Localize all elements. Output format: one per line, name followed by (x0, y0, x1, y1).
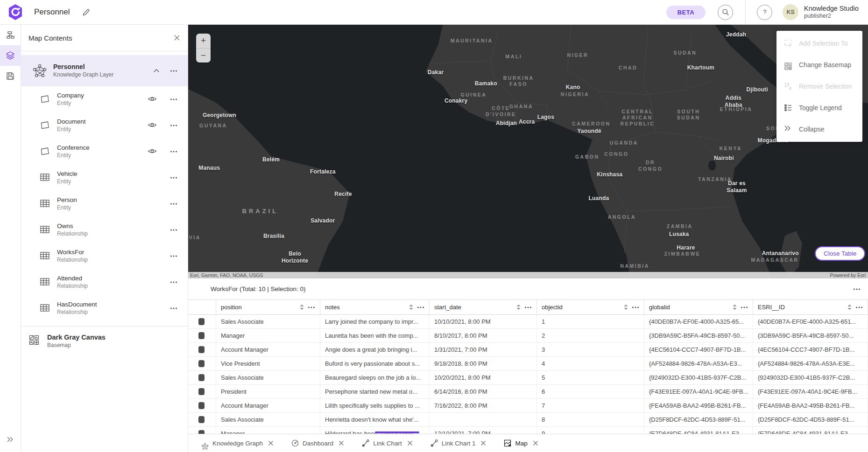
layer-options-icon[interactable] (170, 305, 177, 312)
table-cell[interactable]: Angie does a great job bringing i... (320, 343, 430, 356)
sort-icon[interactable] (516, 304, 521, 310)
layer-row-vehicle[interactable]: Vehicle Entity (21, 165, 188, 191)
table-cell[interactable]: {4EC56104-CCC7-4907-BF7D-1B... (644, 343, 753, 356)
row-checkbox[interactable] (198, 360, 205, 367)
close-table-button[interactable]: Close Table (815, 246, 865, 261)
layer-options-icon[interactable] (170, 96, 177, 103)
search-button[interactable] (718, 5, 733, 20)
table-cell[interactable]: {FE4A59AB-BAA2-495B-B261-FB... (753, 399, 868, 412)
table-cell[interactable]: President (216, 385, 320, 398)
table-cell[interactable]: Sales Associate (216, 315, 320, 328)
collapse-group-chevron-icon[interactable] (153, 69, 160, 73)
table-cell[interactable]: {4EC56104-CCC7-4907-BF7D-1B... (753, 343, 868, 356)
row-checkbox[interactable] (198, 388, 205, 395)
eye-icon[interactable] (148, 94, 158, 104)
layer-options-icon[interactable] (170, 226, 177, 234)
table-cell[interactable] (430, 413, 537, 426)
table-cell[interactable]: {FE4A59AB-BAA2-495B-B261-FB... (644, 399, 753, 412)
table-cell[interactable]: 10/20/2021, 8:00 PM (430, 371, 537, 384)
column-header-objectid[interactable]: objectid (537, 300, 644, 314)
close-tab-icon[interactable] (339, 440, 344, 446)
zoom-in-button[interactable]: + (196, 34, 211, 49)
table-cell[interactable]: 10/10/2021, 8:00 PM (430, 315, 537, 328)
row-checkbox[interactable] (198, 402, 205, 409)
sort-icon[interactable] (847, 304, 852, 310)
table-cell[interactable]: {E7D648DE-4C84-4931-81A1-E3... (644, 427, 753, 434)
table-cell[interactable]: 6 (537, 385, 644, 398)
table-cell[interactable]: Lilith specifically sells supplies to ..… (320, 399, 430, 412)
eye-icon[interactable] (148, 146, 158, 157)
close-panel-icon[interactable] (174, 35, 180, 41)
layer-row-document[interactable]: Document Entity (21, 112, 188, 139)
view-tab-knowledge-graph[interactable]: Knowledge Graph (201, 439, 274, 447)
layer-options-icon[interactable] (170, 148, 177, 155)
table-cell[interactable]: Sales Associate (216, 371, 320, 384)
view-tab-link-chart-1[interactable]: Link Chart 1 (430, 439, 487, 447)
table-cell[interactable]: {3DB9A59C-B5FA-49CB-8597-50... (644, 329, 753, 342)
menu-item-toggle-legend[interactable]: Toggle Legend (776, 97, 862, 118)
column-options-icon[interactable] (308, 304, 315, 311)
rail-item-map-contents[interactable] (0, 45, 21, 66)
column-options-icon[interactable] (632, 304, 639, 311)
table-cell[interactable]: 4 (537, 357, 644, 370)
table-horizontal-scrollbar[interactable] (375, 431, 419, 433)
table-cell[interactable]: {D25F8DCF-62DC-4D53-889F-51... (644, 413, 753, 426)
view-tab-link-chart[interactable]: Link Chart (362, 439, 413, 447)
close-tab-icon[interactable] (407, 440, 413, 446)
table-cell[interactable]: {F43E91EE-097A-40A1-9C4E-9FB... (644, 385, 753, 398)
table-cell[interactable]: 12/10/2021, 7:00 PM (430, 427, 537, 434)
menu-item-change-basemap[interactable]: Change Basemap (776, 54, 862, 76)
table-cell[interactable]: 1/31/2021, 7:00 PM (430, 343, 537, 356)
table-cell[interactable]: 3 (537, 343, 644, 356)
table-options-icon[interactable] (853, 285, 861, 293)
layer-row-person[interactable]: Person Entity (21, 191, 188, 217)
column-options-icon[interactable] (417, 304, 424, 311)
sort-icon[interactable] (733, 304, 737, 310)
user-info[interactable]: Knowledge Studio publisher2 (804, 5, 859, 19)
basemap-row[interactable]: Dark Gray Canvas Basemap (21, 327, 188, 355)
help-button[interactable]: ? (757, 5, 772, 20)
table-cell[interactable]: {40DE0B7A-EF0E-4000-A325-651... (753, 315, 868, 328)
map-view[interactable]: JeddahMAURITANIAMALINIGERSUDANKhartoumCH… (188, 25, 868, 278)
table-cell[interactable]: {E7D648DE-4C84-4931-81A1-E3... (753, 427, 868, 434)
table-cell[interactable]: 7 (537, 399, 644, 412)
table-cell[interactable]: {D25F8DCF-62DC-4D53-889F-51... (753, 413, 868, 426)
table-cell[interactable]: Lauretta has been with the comp... (320, 329, 430, 342)
table-cell[interactable]: Vice President (216, 357, 320, 370)
table-cell[interactable]: {40DE0B7A-EF0E-4000-A325-65... (644, 315, 753, 328)
rename-pencil-icon[interactable] (82, 8, 90, 16)
eye-icon[interactable] (148, 120, 158, 131)
row-checkbox[interactable] (198, 318, 205, 325)
row-checkbox[interactable] (198, 416, 205, 423)
table-cell[interactable]: {F43E91EE-097A-40A1-9C4E-9FB... (753, 385, 868, 398)
table-cell[interactable]: Sales Associate (216, 413, 320, 426)
rail-item-save[interactable] (0, 66, 21, 86)
sort-icon[interactable] (300, 304, 304, 310)
layer-row-worksfor[interactable]: WorksFor Relationship (21, 243, 188, 269)
layer-row-hasdocument[interactable]: HasDocument Relationship (21, 295, 188, 321)
table-cell[interactable]: Buford is very passionate about s... (320, 357, 430, 370)
table-cell[interactable]: 6/14/2016, 8:00 PM (430, 385, 537, 398)
table-cell[interactable]: {9249032D-E300-41B5-937F-C2B... (753, 371, 868, 384)
group-options-icon[interactable] (170, 67, 177, 75)
zoom-out-button[interactable]: − (196, 49, 211, 63)
table-cell[interactable]: 9 (537, 427, 644, 434)
layer-row-attended[interactable]: Attended Relationship (21, 269, 188, 295)
table-cell[interactable]: 5 (537, 371, 644, 384)
rail-item-data-model[interactable] (0, 25, 21, 45)
close-tab-icon[interactable] (268, 440, 274, 446)
layer-row-company[interactable]: Company Entity (21, 86, 188, 112)
expand-rail-button[interactable] (0, 431, 21, 447)
row-checkbox[interactable] (198, 374, 205, 381)
layer-row-conference[interactable]: Conference Entity (21, 139, 188, 165)
table-cell[interactable]: {9249032D-E300-41B5-937F-C2B... (644, 371, 753, 384)
close-tab-icon[interactable] (480, 440, 486, 446)
table-cell[interactable]: Persephone started new metal o... (320, 385, 430, 398)
layer-options-icon[interactable] (170, 174, 177, 181)
table-cell[interactable]: {AF524884-9826-478A-A53A-E3... (644, 357, 753, 370)
view-tab-map[interactable]: Map (504, 439, 538, 447)
sort-icon[interactable] (624, 304, 628, 310)
column-header-notes[interactable]: notes (320, 300, 430, 314)
menu-item-collapse[interactable]: Collapse (776, 118, 862, 140)
table-cell[interactable]: 1 (537, 315, 644, 328)
